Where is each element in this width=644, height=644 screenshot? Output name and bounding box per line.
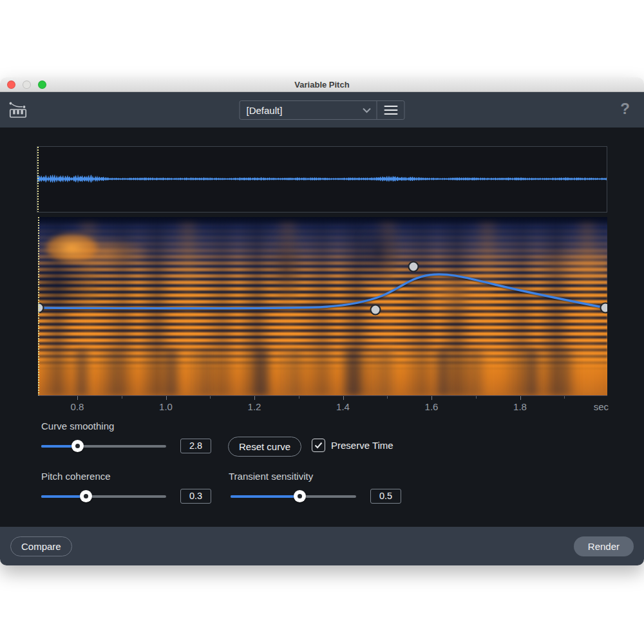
variable-pitch-window: Variable Pitch [Default] <box>0 77 644 565</box>
curve-control-point <box>601 303 608 313</box>
axis-minor-tick <box>564 396 565 399</box>
selection-start-marker <box>37 147 39 212</box>
transient-sensitivity-slider[interactable] <box>231 489 356 503</box>
preserve-time-label[interactable]: Preserve Time <box>331 440 393 451</box>
axis-tick-label: 0.8 <box>71 401 84 412</box>
axis-tick <box>520 396 521 400</box>
footer-bar: Compare Render <box>0 527 644 565</box>
toolbar: [Default] ? <box>0 92 644 128</box>
axis-minor-tick <box>122 396 122 399</box>
transient-sensitivity-value[interactable]: 0.5 <box>370 489 401 504</box>
checkmark-icon <box>314 442 323 449</box>
preset-menu-button[interactable] <box>377 101 404 119</box>
slider-fill <box>231 495 299 498</box>
spectrogram-display[interactable] <box>38 217 607 396</box>
axis-minor-tick <box>299 396 299 399</box>
curve-smoothing-slider[interactable] <box>41 439 166 453</box>
pitch-coherence-slider[interactable] <box>41 489 166 503</box>
reset-curve-button[interactable]: Reset curve <box>228 437 301 457</box>
axis-tick-label: 1.6 <box>425 401 439 412</box>
variable-pitch-module-icon <box>7 99 29 120</box>
preserve-time-checkbox[interactable] <box>312 439 325 452</box>
axis-tick <box>77 396 78 400</box>
axis-tick <box>254 396 255 400</box>
window-title: Variable Pitch <box>0 77 644 92</box>
help-icon[interactable]: ? <box>620 100 630 118</box>
curve-smoothing-value[interactable]: 2.8 <box>180 439 211 453</box>
axis-minor-tick <box>387 396 388 399</box>
axis-tick <box>343 396 344 400</box>
transient-sensitivity-label: Transient sensitivity <box>229 471 313 482</box>
main-panel: 0.8 1.0 1.2 1.4 1.6 1.8 sec Curve smooth… <box>0 128 644 527</box>
slider-thumb[interactable] <box>80 490 92 502</box>
curve-control-point <box>409 262 419 272</box>
axis-minor-tick <box>476 396 477 399</box>
waveform-display[interactable] <box>37 146 607 213</box>
time-axis: 0.8 1.0 1.2 1.4 1.6 1.8 sec <box>38 396 620 418</box>
axis-tick <box>166 396 167 400</box>
curve-control-point <box>371 305 381 315</box>
curve-smoothing-label: Curve smoothing <box>41 421 114 431</box>
titlebar: Variable Pitch <box>0 77 644 92</box>
preset-group: [Default] <box>240 100 405 120</box>
render-button[interactable]: Render <box>574 536 634 556</box>
preset-value: [Default] <box>247 105 363 116</box>
pitch-curve <box>39 274 605 308</box>
slider-thumb[interactable] <box>71 440 84 452</box>
compare-button[interactable]: Compare <box>10 536 72 556</box>
axis-minor-tick <box>210 396 211 399</box>
hamburger-icon <box>384 106 397 107</box>
axis-unit-label: sec <box>594 401 609 412</box>
axis-tick-label: 1.2 <box>248 401 261 412</box>
pitch-coherence-label: Pitch coherence <box>41 471 111 482</box>
preserve-time-row: Preserve Time <box>312 439 393 452</box>
axis-tick-label: 1.8 <box>513 401 527 412</box>
axis-tick <box>431 396 432 400</box>
pitch-coherence-value[interactable]: 0.3 <box>180 489 211 504</box>
axis-tick-label: 1.4 <box>336 401 350 412</box>
chevron-down-icon <box>363 108 372 113</box>
slider-thumb[interactable] <box>294 490 306 502</box>
selection-start-marker <box>38 217 39 395</box>
waveform-shape <box>37 175 607 183</box>
axis-tick-label: 1.0 <box>159 401 173 412</box>
preset-dropdown[interactable]: [Default] <box>240 101 377 119</box>
